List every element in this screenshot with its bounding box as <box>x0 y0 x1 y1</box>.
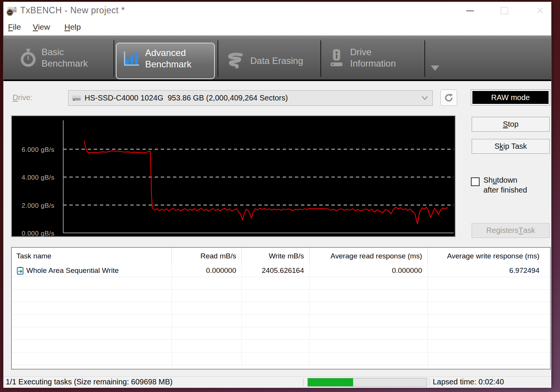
shutdown-checkbox[interactable] <box>471 177 480 186</box>
app-icon <box>6 5 18 16</box>
raw-mode-button[interactable]: RAW mode <box>471 89 550 105</box>
window-title: TxBENCH - New project * <box>20 5 125 16</box>
toolbar-separator <box>424 40 425 77</box>
menu-help[interactable]: Help <box>62 22 83 32</box>
tab-label: Benchmark <box>145 59 191 70</box>
tab-label: Basic <box>42 46 88 58</box>
close-icon: ✕ <box>536 6 544 16</box>
toolbar-separator <box>114 40 114 77</box>
task-avg-write-response-value: 6.972494 <box>428 265 550 277</box>
y-axis-tick-label: 6.000 gB/s <box>12 146 54 154</box>
chevron-down-icon <box>421 95 429 100</box>
column-header-avg-read-response: Average read response (ms) <box>310 248 428 265</box>
tab-label: Information <box>350 58 396 69</box>
toolbar: Basic Benchmark Advanced Benchmark Data … <box>3 35 551 81</box>
tasks-table: Task name Read mB/s Write mB/s Average r… <box>11 247 551 370</box>
toolbar-separator <box>218 40 218 77</box>
tasks-table-body: Whole Area Sequential Write 0.000000 240… <box>12 265 550 370</box>
table-row-empty <box>12 340 550 352</box>
status-executing-text: 1/1 Executing tasks (Size remaining: 609… <box>6 378 173 386</box>
column-header-write: Write mB/s <box>242 248 310 265</box>
shutdown-label-line1: Shutdown <box>483 175 527 185</box>
tab-label: Drive <box>350 46 396 58</box>
progress-bar <box>307 378 427 387</box>
erase-squiggle-icon <box>225 51 245 70</box>
task-avg-read-response-value: 0.000000 <box>310 265 428 277</box>
table-row-empty <box>12 290 550 302</box>
status-lapsed-time: Lapsed time: 0:02:40 <box>433 378 504 386</box>
table-row-empty <box>12 365 550 370</box>
tab-drive-information[interactable]: Drive Information <box>328 46 396 69</box>
tasks-table-header: Task name Read mB/s Write mB/s Average r… <box>12 248 550 265</box>
toolbar-more-arrow-icon[interactable] <box>431 65 439 71</box>
drive-selected-value: HS-SSD-C4000 1024G 953.86 GB (2,000,409,… <box>85 94 288 102</box>
registers-task-button[interactable]: Registers Task <box>472 223 550 238</box>
stop-button[interactable]: Stop <box>472 117 550 132</box>
y-axis-tick-label: 2.000 gB/s <box>12 202 54 210</box>
tab-data-erasing[interactable]: Data Erasing <box>225 46 303 75</box>
task-clipboard-icon <box>16 266 24 275</box>
bar-chart-icon <box>122 50 140 67</box>
close-button[interactable]: ✕ <box>534 5 546 16</box>
stopwatch-icon <box>20 48 36 67</box>
task-read-value: 0.000000 <box>172 265 242 277</box>
table-row-empty <box>12 315 550 327</box>
tab-label: Benchmark <box>42 58 88 69</box>
maximize-icon <box>501 7 508 14</box>
toolbar-separator <box>320 40 321 77</box>
maximize-button[interactable] <box>499 5 510 16</box>
status-bar: 1/1 Executing tasks (Size remaining: 609… <box>3 376 551 388</box>
table-row-empty <box>12 277 550 290</box>
table-row-task[interactable]: Whole Area Sequential Write 0.000000 240… <box>12 265 550 277</box>
drive-select[interactable]: HS-SSD-C4000 1024G 953.86 GB (2,000,409,… <box>68 90 433 106</box>
drive-info-icon <box>328 48 345 67</box>
progress-fill <box>308 378 353 386</box>
table-row-empty <box>12 327 550 340</box>
column-header-avg-write-response: Average write response (ms) <box>428 248 550 265</box>
column-header-task-name: Task name <box>12 248 172 265</box>
table-row-empty <box>12 302 550 315</box>
benchmark-chart: 6.000 gB/s 4.000 gB/s 2.000 gB/s 0.000 g… <box>11 115 456 237</box>
chart-plot <box>12 116 455 236</box>
refresh-icon <box>444 93 454 103</box>
drive-label: Drive: <box>13 93 32 102</box>
txbench-window: TxBENCH - New project * ✕ File View Help… <box>3 2 552 387</box>
tab-basic-benchmark[interactable]: Basic Benchmark <box>20 46 88 69</box>
status-separator <box>303 379 304 386</box>
tab-label: Data Erasing <box>250 55 303 67</box>
column-header-read: Read mB/s <box>172 248 242 265</box>
shutdown-label-line2: after finished <box>483 185 527 195</box>
raw-mode-label: RAW mode <box>472 91 549 104</box>
skip-task-button[interactable]: Skip Task <box>472 139 550 154</box>
status-separator <box>429 379 429 386</box>
y-axis-tick-label: 4.000 gB/s <box>12 174 54 182</box>
toolbar-bottom-border <box>3 80 551 81</box>
minimize-icon <box>466 10 474 11</box>
menu-view[interactable]: View <box>30 22 52 32</box>
y-axis-tick-label: 0.000 gB/s <box>12 230 54 237</box>
task-name: Whole Area Sequential Write <box>26 266 119 275</box>
drive-icon <box>72 95 81 102</box>
refresh-drives-button[interactable] <box>440 89 457 106</box>
table-row-empty <box>12 352 550 365</box>
shutdown-after-finished-option[interactable]: Shutdown after finished <box>471 175 527 195</box>
task-write-value: 2405.626164 <box>242 265 310 277</box>
tab-label: Advanced <box>145 47 191 59</box>
menu-file[interactable]: File <box>6 22 23 32</box>
minimize-button[interactable] <box>464 5 476 16</box>
tab-advanced-benchmark[interactable]: Advanced Benchmark <box>122 47 191 70</box>
title-bar: TxBENCH - New project * ✕ <box>3 2 551 19</box>
menu-bar: File View Help <box>3 19 551 35</box>
